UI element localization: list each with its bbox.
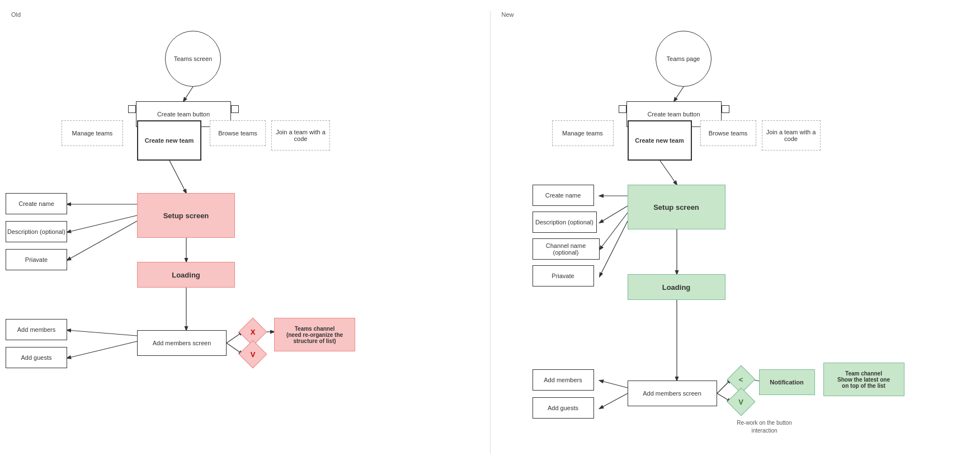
description-left: Description (optional): [6, 221, 67, 242]
svg-line-2: [169, 161, 186, 193]
join-team-right: Join a team with a code: [762, 120, 821, 151]
create-name-left: Create name: [6, 193, 67, 214]
add-members-screen-left: Add members screen: [137, 330, 227, 356]
diagram-container: Old: [0, 0, 980, 465]
private-left: Priavate: [6, 249, 67, 270]
create-new-team-left: Create new team: [137, 120, 201, 161]
join-team-left: Join a team with a code: [271, 120, 330, 151]
left-label: Old: [11, 11, 479, 18]
left-diagram: Old: [0, 0, 490, 465]
svg-line-12: [67, 341, 137, 358]
right-label: New: [502, 11, 969, 18]
svg-line-27: [600, 393, 628, 408]
svg-line-0: [183, 87, 193, 101]
rework-label: Re-work on the button interaction: [723, 419, 807, 434]
manage-teams-right: Manage teams: [552, 120, 614, 146]
right-diagram: New: [491, 0, 981, 465]
team-channel-note-right: Team channel Show the latest one on top …: [823, 363, 904, 396]
add-guests-right: Add guests: [533, 397, 594, 419]
browse-teams-left: Browse teams: [210, 120, 266, 146]
add-members-right: Add members: [533, 369, 594, 391]
teams-screen-circle: Teams screen: [165, 31, 221, 87]
setup-screen-left: Setup screen: [137, 193, 235, 238]
add-members-left: Add members: [6, 319, 67, 340]
teams-channel-note-left: Teams channel (need re-organize the stru…: [274, 318, 355, 351]
svg-line-23: [600, 206, 628, 223]
svg-line-9: [67, 215, 137, 232]
create-name-right: Create name: [533, 185, 594, 206]
browse-teams-right: Browse teams: [700, 120, 756, 146]
svg-line-10: [67, 221, 137, 260]
svg-line-26: [600, 381, 628, 388]
setup-screen-right: Setup screen: [628, 185, 725, 229]
loading-left: Loading: [137, 262, 235, 288]
teams-page-circle: Teams page: [656, 31, 712, 87]
loading-right: Loading: [628, 274, 725, 300]
create-new-team-right: Create new team: [628, 120, 692, 161]
description-right: Description (optional): [533, 212, 597, 233]
svg-line-25: [600, 221, 628, 276]
manage-teams-left: Manage teams: [62, 120, 123, 146]
add-members-screen-right: Add members screen: [628, 381, 717, 406]
svg-line-15: [660, 161, 677, 185]
svg-line-24: [600, 213, 628, 250]
private-right: Priavate: [533, 265, 594, 286]
channel-name-right: Channel name (optional): [533, 238, 600, 260]
svg-line-11: [67, 330, 137, 336]
add-guests-left: Add guests: [6, 347, 67, 368]
notification-right: Notification: [759, 369, 815, 395]
svg-line-13: [674, 87, 684, 101]
